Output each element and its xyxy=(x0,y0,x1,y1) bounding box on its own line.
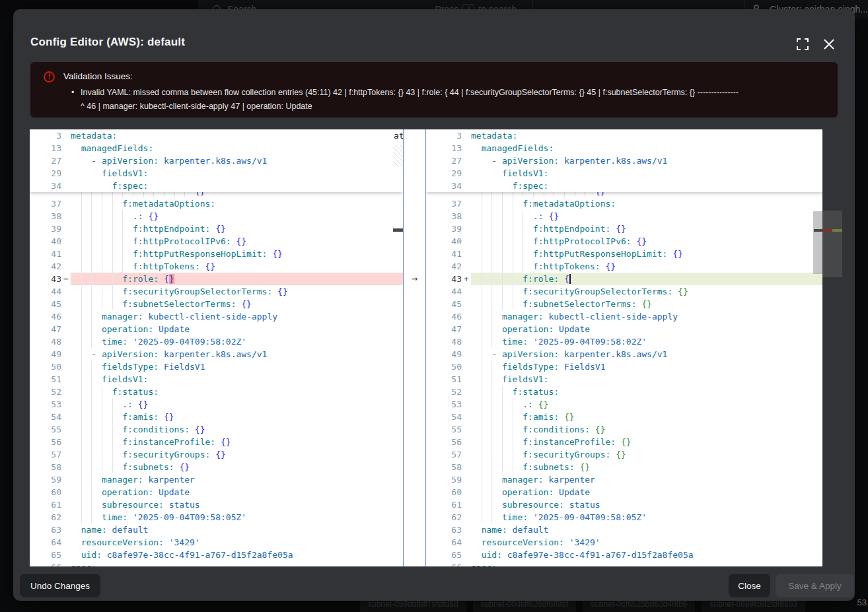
code-line: 38.: {} xyxy=(426,210,822,222)
code-text: metadata: xyxy=(71,129,403,142)
code-text: .: {} xyxy=(471,398,822,411)
line-number: 39 xyxy=(30,222,61,235)
validation-line: ^ 46 | manager: kubectl-client-side-appl… xyxy=(71,100,831,114)
code-text: - apiVersion: karpenter.k8s.aws/v1 xyxy=(471,348,822,360)
diff-marker xyxy=(61,423,71,436)
save-apply-button[interactable]: Save & Apply xyxy=(776,574,854,597)
code-line: 39f:httpEndpoint: {} xyxy=(426,222,822,235)
code-line: 44f:securityGroupSelectorTerms: {} xyxy=(30,285,403,298)
code-line: 62time: '2025-09-04T09:58:05Z' xyxy=(426,511,822,524)
code-text: fieldsV1: xyxy=(471,167,822,180)
error-icon: ! xyxy=(44,71,55,83)
code-text: time: '2025-09-04T09:58:02Z' xyxy=(471,335,822,348)
line-number: 64 xyxy=(30,536,61,549)
line-number: 46 xyxy=(30,310,61,323)
validation-message: •Invalid YAML: missed comma between flow… xyxy=(71,86,831,114)
vertical-scrollbar[interactable] xyxy=(813,211,822,274)
screen: Search Press / to search Cluster: anirba… xyxy=(0,0,868,612)
diff-marker xyxy=(462,310,471,323)
code-text: managedFields: xyxy=(471,142,822,154)
code-line: 45f:subnetSelectorTerms: {} xyxy=(30,298,403,310)
line-number: 53 xyxy=(426,398,462,411)
line-number: 13 xyxy=(30,142,61,154)
diff-marker xyxy=(462,335,471,348)
diff-marker xyxy=(462,210,471,222)
diff-marker xyxy=(462,180,471,192)
line-number: 66 xyxy=(30,561,61,566)
sticky-line: 29fieldsV1: xyxy=(426,167,822,180)
diff-marker xyxy=(61,549,71,561)
code-text: f:httpPutResponseHopLimit: {} xyxy=(71,248,403,260)
line-number: 41 xyxy=(426,248,462,260)
left-sticky-scroll: 3metadata:13managedFields:27- apiVersion… xyxy=(30,129,403,192)
sticky-line: 13managedFields: xyxy=(30,142,403,154)
code-text: - apiVersion: karpenter.k8s.aws/v1 xyxy=(471,154,822,167)
code-text: f:status: xyxy=(71,386,403,398)
code-text: uid: c8afe97e-38cc-4f91-a767-d15f2a8fe05… xyxy=(471,549,822,561)
undo-changes-button[interactable]: Undo Changes xyxy=(20,574,100,597)
diff-marker xyxy=(61,197,71,210)
code-text: uid: c8afe97e-38cc-4f91-a767-d15f2a8fe05… xyxy=(71,549,403,561)
diff-marker xyxy=(61,411,71,423)
line-number: 54 xyxy=(426,411,462,423)
code-text: - apiVersion: karpenter.k8s.aws/v1 xyxy=(71,348,403,360)
diff-arrow-icon[interactable]: → xyxy=(404,273,425,285)
code-text: f:metadataOptions: xyxy=(471,197,822,210)
code-text: f:subnets: {} xyxy=(71,461,403,473)
sticky-line: 34f:spec: xyxy=(426,180,822,192)
line-number: 50 xyxy=(30,360,61,373)
code-text: manager: karpenter xyxy=(471,473,822,486)
code-line: 42f:httpTokens: {} xyxy=(30,260,403,273)
close-modal-button[interactable] xyxy=(820,36,838,53)
line-number: 65 xyxy=(426,549,462,561)
ruler-mark-addition xyxy=(832,229,842,232)
diff-marker xyxy=(462,129,471,142)
code-text: metadata: xyxy=(471,129,822,142)
line-number: 61 xyxy=(30,498,61,511)
code-line: 52f:status: xyxy=(426,386,822,398)
diff-marker xyxy=(462,197,471,210)
line-number: 50 xyxy=(426,360,462,373)
right-pane-rows: 37f:metadataOptions:38.: {}39f:httpEndpo… xyxy=(426,197,822,566)
diff-marker xyxy=(462,192,471,197)
line-number: 66 xyxy=(426,561,462,566)
line-number: 34 xyxy=(426,180,462,192)
line-number: 61 xyxy=(426,498,462,511)
fullscreen-button[interactable] xyxy=(794,36,811,53)
line-number: 29 xyxy=(426,167,462,180)
diff-marker xyxy=(61,373,71,386)
code-text: f:amis: {} xyxy=(71,411,403,423)
line-number: 37 xyxy=(426,197,462,210)
diff-marker xyxy=(61,398,71,411)
code-text: f:securityGroupSelectorTerms: {} xyxy=(471,285,822,298)
line-number: 51 xyxy=(426,373,462,386)
modified-editor-pane[interactable]: 37f:metadataOptions:38.: {}39f:httpEndpo… xyxy=(426,129,822,566)
code-line: 66spec: xyxy=(426,561,822,566)
code-text: f:metadataOptions: xyxy=(71,197,403,210)
diff-marker xyxy=(462,222,471,235)
code-text: f:conditions: {} xyxy=(471,423,822,436)
line-number: 38 xyxy=(426,210,462,222)
ruler-mark-cursor xyxy=(814,229,822,232)
close-button[interactable]: Close xyxy=(729,574,770,597)
line-number xyxy=(426,192,462,197)
code-text: spec: xyxy=(71,561,403,566)
code-text: f:subnetSelectorTerms: {} xyxy=(71,298,403,310)
line-number: 45 xyxy=(30,298,61,310)
code-line: 53.: {} xyxy=(30,398,403,411)
line-number: 47 xyxy=(30,323,61,335)
diff-marker xyxy=(462,248,471,260)
code-text: - apiVersion: karpenter.k8s.aws/v1 xyxy=(71,154,403,167)
code-text: f:httpTokens: {} xyxy=(471,260,822,273)
code-line: 53.: {} xyxy=(426,398,822,411)
yaml-diff-editor: 37f:metadataOptions:38.: {}39f:httpEndpo… xyxy=(30,129,822,566)
diff-marker xyxy=(61,498,71,511)
line-number: 37 xyxy=(30,197,61,210)
code-text: f:spec: xyxy=(71,180,403,192)
line-number: 65 xyxy=(30,549,61,561)
sticky-line: 29fieldsV1: xyxy=(30,167,403,180)
original-editor-pane[interactable]: 37f:metadataOptions:38.: {}39f:httpEndpo… xyxy=(30,129,403,566)
code-line: 48time: '2025-09-04T09:58:02Z' xyxy=(30,335,403,348)
code-line: 42f:httpTokens: {} xyxy=(426,260,822,273)
code-line: 37f:metadataOptions: xyxy=(426,197,822,210)
